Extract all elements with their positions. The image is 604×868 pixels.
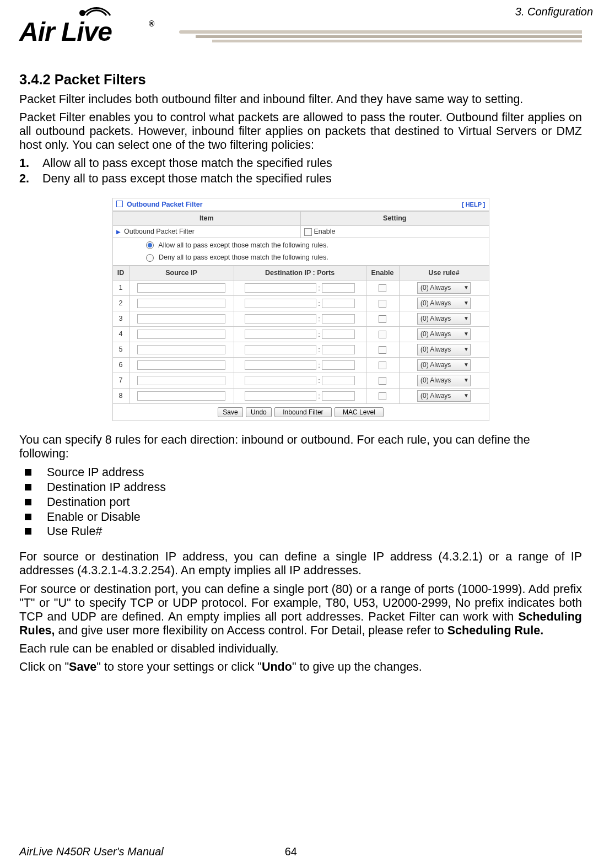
mac-level-button[interactable]: MAC Level [335, 407, 384, 417]
source-ip-input[interactable] [137, 314, 225, 324]
text: " to give up the changes. [292, 660, 422, 673]
inbound-filter-button[interactable]: Inbound Filter [274, 407, 331, 417]
square-bullet-icon [25, 499, 31, 505]
th-source-ip: Source IP [129, 266, 234, 281]
use-rule-cell: (0) Always▼ [399, 342, 489, 357]
list-text: Allow all to pass except those match the… [42, 157, 332, 170]
paragraph: You can specify 8 rules for each directi… [19, 433, 582, 461]
select-value: (0) Always [420, 315, 451, 322]
dest-ip-input[interactable] [245, 360, 316, 370]
enable-cell [366, 295, 399, 311]
rule-id: 5 [112, 342, 129, 357]
rule-id: 1 [112, 280, 129, 295]
list-number: 1. [19, 157, 42, 170]
item-setting-table: Item Setting ▶ Outbound Packet Filter En… [112, 211, 489, 238]
rule-enable-checkbox[interactable] [379, 315, 386, 323]
panel-title-text: Outbound Packet Filter [127, 201, 203, 208]
square-bullet-icon [25, 514, 31, 520]
rule-enable-checkbox[interactable] [379, 331, 386, 338]
th-id: ID [112, 266, 129, 281]
enable-checkbox[interactable] [304, 228, 312, 236]
dest-port-input[interactable] [322, 330, 355, 339]
dest-port-input[interactable] [322, 376, 355, 385]
text: For source or destination port, you can … [19, 583, 582, 623]
source-ip-input[interactable] [137, 345, 225, 354]
chevron-down-icon: ▼ [463, 346, 469, 353]
use-rule-select[interactable]: (0) Always▼ [417, 390, 471, 402]
bold-text: Scheduling Rule. [447, 624, 543, 637]
dest-port-input[interactable] [322, 283, 355, 293]
rule-enable-checkbox[interactable] [379, 346, 386, 354]
dest-port-input[interactable] [322, 314, 355, 324]
undo-button[interactable]: Undo [246, 407, 272, 417]
list-item: Destination IP address [19, 480, 582, 495]
rule-enable-checkbox[interactable] [379, 284, 386, 292]
rule-id: 7 [112, 373, 129, 388]
dest-port-input[interactable] [322, 299, 355, 308]
table-row: 2 : (0) Always▼ [112, 295, 489, 311]
paragraph: Packet Filter enables you to control wha… [19, 111, 582, 152]
list-text: Deny all to pass except those match the … [42, 172, 332, 186]
rule-enable-checkbox[interactable] [379, 362, 386, 369]
rule-id: 4 [112, 326, 129, 342]
policy-allow-radio[interactable] [146, 241, 154, 249]
use-rule-select[interactable]: (0) Always▼ [417, 375, 471, 386]
colon: : [318, 346, 320, 353]
dest-cell: : [234, 280, 366, 295]
rule-id: 8 [112, 388, 129, 403]
source-ip-input[interactable] [137, 299, 225, 308]
dest-ip-input[interactable] [245, 376, 316, 385]
page-number: 64 [285, 845, 297, 858]
source-ip-cell [129, 388, 234, 403]
rule-enable-checkbox[interactable] [379, 300, 386, 308]
source-ip-input[interactable] [137, 283, 225, 293]
help-link[interactable]: [ HELP ] [462, 201, 486, 208]
dest-ip-input[interactable] [245, 391, 316, 401]
dest-ip-input[interactable] [245, 314, 316, 324]
dest-port-input[interactable] [322, 360, 355, 370]
dest-ip-input[interactable] [245, 330, 316, 339]
source-ip-input[interactable] [137, 376, 225, 385]
use-rule-select[interactable]: (0) Always▼ [417, 344, 471, 355]
chevron-down-icon: ▼ [463, 392, 469, 399]
chevron-down-icon: ▼ [463, 377, 469, 384]
rule-enable-checkbox[interactable] [379, 377, 386, 385]
use-rule-select[interactable]: (0) Always▼ [417, 282, 471, 294]
policy-deny-row: Deny all to pass except those match the … [112, 250, 489, 266]
table-row: 4 : (0) Always▼ [112, 326, 489, 342]
embedded-screenshot: Outbound Packet Filter [ HELP ] Item Set… [19, 198, 582, 421]
dest-port-input[interactable] [322, 391, 355, 401]
policy-allow-row: Allow all to pass except those match the… [112, 238, 489, 251]
dest-ip-input[interactable] [245, 283, 316, 293]
triangle-icon: ▶ [116, 229, 121, 235]
source-ip-input[interactable] [137, 391, 225, 401]
panel-title: Outbound Packet Filter [116, 201, 203, 209]
list-item: 1. Allow all to pass except those match … [19, 157, 582, 170]
dest-ip-input[interactable] [245, 345, 316, 354]
dest-port-input[interactable] [322, 345, 355, 354]
paragraph: For source or destination IP address, yo… [19, 550, 582, 578]
colon: : [318, 299, 320, 307]
policy-deny-radio[interactable] [146, 254, 154, 262]
rule-id: 2 [112, 295, 129, 311]
bullet-list: Source IP address Destination IP address… [19, 465, 582, 539]
wifi-dot-icon [79, 10, 85, 16]
list-item: Source IP address [19, 465, 582, 480]
select-value: (0) Always [420, 376, 451, 384]
colon: : [318, 392, 320, 400]
use-rule-select[interactable]: (0) Always▼ [417, 328, 471, 340]
enable-label: Enable [314, 228, 335, 235]
rule-enable-checkbox[interactable] [379, 392, 386, 400]
text: Click on " [19, 660, 69, 673]
use-rule-select[interactable]: (0) Always▼ [417, 359, 471, 371]
save-button[interactable]: Save [218, 407, 242, 417]
use-rule-select[interactable]: (0) Always▼ [417, 313, 471, 325]
source-ip-input[interactable] [137, 360, 225, 370]
table-row: 1 : (0) Always▼ [112, 280, 489, 295]
list-item: Destination port [19, 495, 582, 510]
paragraph: Packet Filter includes both outbound fil… [19, 93, 582, 106]
chevron-down-icon: ▼ [463, 300, 469, 306]
source-ip-input[interactable] [137, 330, 225, 339]
use-rule-select[interactable]: (0) Always▼ [417, 298, 471, 309]
dest-ip-input[interactable] [245, 299, 316, 308]
